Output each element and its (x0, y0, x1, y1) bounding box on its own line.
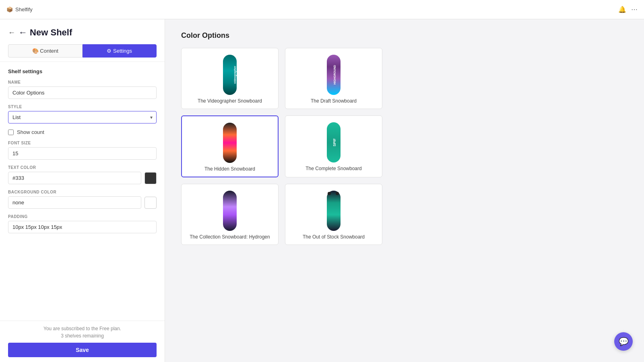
style-select[interactable]: List Grid Carousel (8, 111, 157, 123)
show-count-checkbox[interactable] (8, 130, 14, 135)
name-input[interactable] (8, 86, 157, 99)
snowboard-svg-collection (222, 189, 237, 233)
show-count-label: Show count (17, 129, 44, 135)
style-label: STYLE (8, 105, 157, 109)
product-image-videographer: videographer (214, 55, 246, 95)
svg-text:SPIF: SPIF (332, 138, 336, 147)
settings-tab-label: ⚙ Settings (107, 48, 132, 54)
font-size-input[interactable] (8, 147, 157, 160)
bg-color-input-group (8, 196, 157, 209)
sidebar: ← ← New Shelf 🎨 Content ⚙ Settings Shelf… (0, 19, 165, 362)
tab-settings[interactable]: ⚙ Settings (83, 44, 157, 58)
font-size-field-group: FONT SIZE (8, 141, 157, 160)
product-name-draft: The Draft Snowboard (311, 98, 357, 104)
product-card-videographer[interactable]: videographer The Videographer Snowboard (181, 48, 279, 109)
chat-button[interactable]: 💬 (614, 332, 633, 351)
svg-rect-7 (223, 191, 237, 231)
padding-label: PADDING (8, 214, 157, 219)
free-plan-text: You are subscribed to the Free plan. (8, 326, 157, 331)
sidebar-header: ← ← New Shelf 🎨 Content ⚙ Settings (0, 19, 165, 62)
sidebar-footer: You are subscribed to the Free plan. 3 s… (0, 321, 165, 362)
section-title: Color Options (181, 31, 628, 40)
product-card-collection[interactable]: The Collection Snowboard: Hydrogen (181, 184, 279, 245)
shelf-settings-title: Shelf settings (8, 68, 157, 74)
shelves-remaining-text: 3 shelves remaining (8, 333, 157, 339)
app-logo: 📦 Shelfify (6, 6, 33, 12)
product-name-collection: The Collection Snowboard: Hydrogen (190, 234, 270, 240)
name-field-group: NAME (8, 80, 157, 99)
product-image-draft: HIGHGROUND (318, 55, 350, 95)
back-arrow-icon[interactable]: ← (8, 29, 15, 37)
style-select-wrapper: List Grid Carousel ▾ (8, 111, 157, 123)
logo-icon: 📦 (6, 6, 13, 12)
sidebar-content: Shelf settings NAME STYLE List Grid Caro… (0, 62, 165, 321)
top-bar: 📦 Shelfify 🔔 ⋯ (0, 0, 644, 19)
product-name-outofstock: The Out of Stock Snowboard (303, 234, 365, 240)
text-color-label: TEXT COLOR (8, 165, 157, 170)
product-image-hidden (214, 123, 246, 163)
snowboard-svg-complete: SPIF (326, 120, 341, 165)
app-name: Shelfify (15, 6, 33, 12)
product-card-complete[interactable]: SPIF The Complete Snowboard (285, 115, 382, 177)
bg-color-label: BACKGROUND COLOR (8, 190, 157, 194)
product-image-complete: SPIF (318, 122, 350, 162)
text-color-field-group: TEXT COLOR (8, 165, 157, 184)
main-layout: ← ← New Shelf 🎨 Content ⚙ Settings Shelf… (0, 19, 644, 362)
save-button[interactable]: Save (8, 343, 157, 357)
svg-rect-4 (223, 123, 237, 163)
padding-field-group: PADDING (8, 214, 157, 233)
text-color-input-group (8, 172, 157, 184)
tab-content[interactable]: 🎨 Content (8, 44, 83, 58)
content-tab-label: 🎨 Content (32, 48, 58, 54)
name-label: NAME (8, 80, 157, 84)
chat-icon: 💬 (619, 337, 629, 346)
product-name-complete: The Complete Snowboard (305, 166, 361, 171)
product-card-hidden[interactable]: The Hidden Snowboard (181, 115, 279, 177)
product-card-outofstock[interactable]: The Out of Stock Snowboard (285, 184, 382, 245)
product-grid: videographer The Videographer Snowboard (181, 48, 382, 245)
product-name-videographer: The Videographer Snowboard (198, 98, 262, 104)
svg-text:videographer: videographer (233, 66, 237, 84)
svg-point-10 (336, 192, 339, 195)
svg-rect-8 (327, 191, 341, 231)
show-count-group: Show count (8, 129, 157, 135)
bell-icon[interactable]: 🔔 (618, 6, 626, 13)
text-color-input[interactable] (8, 172, 141, 184)
style-field-group: STYLE List Grid Carousel ▾ (8, 105, 157, 123)
bg-color-field-group: BACKGROUND COLOR (8, 190, 157, 209)
padding-input[interactable] (8, 221, 157, 233)
snowboard-svg-outofstock (326, 189, 341, 233)
tabs-container: 🎨 Content ⚙ Settings (8, 44, 157, 58)
snowboard-svg-draft: HIGHGROUND (326, 53, 341, 97)
sidebar-back: ← ← New Shelf (8, 27, 157, 38)
text-color-swatch[interactable] (144, 172, 157, 184)
product-image-outofstock (318, 191, 350, 231)
more-options-icon[interactable]: ⋯ (631, 6, 638, 13)
main-content: Color Options (165, 19, 644, 362)
snowboard-svg-hidden (222, 121, 237, 165)
bg-color-swatch[interactable] (144, 197, 157, 209)
svg-text:HIGHGROUND: HIGHGROUND (333, 65, 336, 85)
page-title: ← New Shelf (19, 27, 72, 38)
snowboard-svg-videographer: videographer (222, 53, 237, 97)
product-card-draft[interactable]: HIGHGROUND The Draft Snowboard (285, 48, 382, 109)
product-image-collection (214, 191, 246, 231)
top-bar-left: 📦 Shelfify (6, 6, 33, 12)
svg-point-9 (328, 192, 331, 195)
top-bar-icons: 🔔 ⋯ (618, 6, 638, 13)
product-name-hidden: The Hidden Snowboard (204, 166, 255, 172)
bg-color-input[interactable] (8, 196, 141, 209)
font-size-label: FONT SIZE (8, 141, 157, 145)
